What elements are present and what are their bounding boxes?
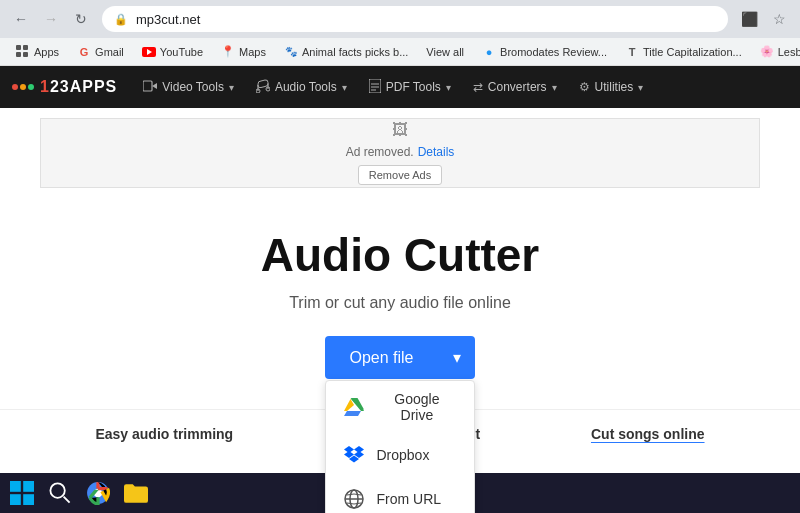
bookmark-view-all[interactable]: View all bbox=[418, 44, 472, 60]
nav-menu: Video Tools ▾ Audio Tools ▾ bbox=[133, 73, 788, 102]
logo-text: 123APPS bbox=[40, 78, 117, 96]
nav-converters[interactable]: ⇄ Converters ▾ bbox=[463, 74, 567, 100]
ad-details-link[interactable]: Details bbox=[418, 145, 455, 159]
forward-button[interactable]: → bbox=[38, 6, 64, 32]
pdf-tools-chevron: ▾ bbox=[446, 82, 451, 93]
pdf-tools-icon bbox=[369, 79, 381, 96]
taskbar-folder-icon[interactable] bbox=[118, 475, 154, 511]
svg-rect-29 bbox=[10, 494, 21, 505]
nav-buttons: ← → ↻ bbox=[8, 6, 94, 32]
reload-button[interactable]: ↻ bbox=[68, 6, 94, 32]
ad-banner: 🖼 Ad removed. Details Remove Ads bbox=[40, 118, 760, 188]
dropdown-google-drive-label: Google Drive bbox=[376, 391, 457, 423]
svg-rect-2 bbox=[16, 52, 21, 57]
svg-rect-6 bbox=[143, 81, 152, 91]
svg-rect-27 bbox=[10, 481, 21, 492]
bookmark-apps[interactable]: Apps bbox=[8, 43, 67, 61]
app-logo[interactable]: 123APPS bbox=[12, 78, 117, 96]
from-url-icon bbox=[342, 487, 366, 511]
bookmark-lesbian-sugar-label: Lesbian Sugar Mom... bbox=[778, 46, 800, 58]
browser-chrome: ← → ↻ 🔒 mp3cut.net ⬛ ☆ Apps bbox=[0, 0, 800, 66]
bookmarks-bar: Apps G Gmail YouTube 📍 Maps 🐾 Animal fac… bbox=[0, 38, 800, 66]
dropdown-dropbox[interactable]: Dropbox bbox=[326, 433, 473, 477]
dot-yellow bbox=[20, 84, 26, 90]
svg-point-31 bbox=[50, 483, 64, 497]
svg-rect-12 bbox=[369, 79, 381, 93]
open-file-container: Open file ▾ bbox=[325, 336, 474, 379]
svg-line-32 bbox=[64, 497, 70, 503]
svg-rect-3 bbox=[23, 52, 28, 57]
converters-chevron: ▾ bbox=[552, 82, 557, 93]
video-tools-icon bbox=[143, 79, 157, 96]
dropdown-from-url-label: From URL bbox=[376, 491, 441, 507]
google-drive-icon bbox=[342, 395, 366, 419]
remove-ads-button[interactable]: Remove Ads bbox=[358, 165, 442, 185]
bookmark-title-cap-label: Title Capitalization... bbox=[643, 46, 742, 58]
open-file-chevron-icon[interactable]: ▾ bbox=[439, 336, 475, 379]
taskbar-chrome-icon[interactable] bbox=[80, 475, 116, 511]
nav-video-tools[interactable]: Video Tools ▾ bbox=[133, 73, 244, 102]
open-file-label: Open file bbox=[325, 337, 437, 379]
dropdown-google-drive[interactable]: Google Drive bbox=[326, 381, 473, 433]
svg-rect-30 bbox=[23, 494, 34, 505]
svg-rect-0 bbox=[16, 45, 21, 50]
title-cap-icon: T bbox=[625, 45, 639, 59]
taskbar-windows-icon[interactable] bbox=[4, 475, 40, 511]
dropbox-icon bbox=[342, 443, 366, 467]
bookmark-bromodates-label: Bromodates Review... bbox=[500, 46, 607, 58]
feature-cut-songs: Cut songs online bbox=[591, 426, 705, 442]
audio-tools-label: Audio Tools bbox=[275, 80, 337, 94]
ad-removed-icon: 🖼 bbox=[392, 121, 408, 139]
open-file-button[interactable]: Open file ▾ bbox=[325, 336, 474, 379]
lock-icon: 🔒 bbox=[114, 13, 128, 26]
maps-icon: 📍 bbox=[221, 45, 235, 59]
video-tools-label: Video Tools bbox=[162, 80, 224, 94]
bookmark-gmail[interactable]: G Gmail bbox=[69, 43, 132, 61]
audio-tools-icon bbox=[256, 79, 270, 96]
pdf-tools-label: PDF Tools bbox=[386, 80, 441, 94]
hero-section: Audio Cutter Trim or cut any audio file … bbox=[0, 198, 800, 389]
nav-audio-tools[interactable]: Audio Tools ▾ bbox=[246, 73, 357, 102]
bookmark-youtube[interactable]: YouTube bbox=[134, 43, 211, 61]
lesbian-sugar-icon: 🌸 bbox=[760, 45, 774, 59]
svg-rect-28 bbox=[23, 481, 34, 492]
apps-grid-icon bbox=[16, 45, 30, 59]
bookmark-lesbian-sugar[interactable]: 🌸 Lesbian Sugar Mom... bbox=[752, 43, 800, 61]
bookmark-maps[interactable]: 📍 Maps bbox=[213, 43, 274, 61]
bookmark-apps-label: Apps bbox=[34, 46, 59, 58]
logo-dots bbox=[12, 84, 34, 90]
bookmark-animal-facts-label: Animal facts picks b... bbox=[302, 46, 408, 58]
open-file-dropdown: Google Drive Dropbox bbox=[325, 380, 474, 513]
dot-red bbox=[12, 84, 18, 90]
utilities-icon: ⚙ bbox=[579, 80, 590, 94]
url-text: mp3cut.net bbox=[136, 12, 200, 27]
converters-label: Converters bbox=[488, 80, 547, 94]
bookmark-view-all-label: View all bbox=[426, 46, 464, 58]
extensions-button[interactable]: ⬛ bbox=[736, 6, 762, 32]
taskbar-search-icon[interactable] bbox=[42, 475, 78, 511]
bookmark-button[interactable]: ☆ bbox=[766, 6, 792, 32]
animal-facts-icon: 🐾 bbox=[284, 45, 298, 59]
audio-tools-chevron: ▾ bbox=[342, 82, 347, 93]
nav-bar: ← → ↻ 🔒 mp3cut.net ⬛ ☆ bbox=[0, 0, 800, 38]
video-tools-chevron: ▾ bbox=[229, 82, 234, 93]
bookmark-gmail-label: Gmail bbox=[95, 46, 124, 58]
ad-removed-text: Ad removed. bbox=[346, 145, 414, 159]
back-button[interactable]: ← bbox=[8, 6, 34, 32]
bookmark-animal-facts[interactable]: 🐾 Animal facts picks b... bbox=[276, 43, 416, 61]
dot-green bbox=[28, 84, 34, 90]
feature-easy-trimming: Easy audio trimming bbox=[95, 426, 233, 442]
hero-subtitle: Trim or cut any audio file online bbox=[20, 294, 780, 312]
bookmark-bromodates[interactable]: ● Bromodates Review... bbox=[474, 43, 615, 61]
app-navbar: 123APPS Video Tools ▾ bbox=[0, 66, 800, 108]
svg-marker-7 bbox=[152, 83, 157, 89]
nav-utilities[interactable]: ⚙ Utilities ▾ bbox=[569, 74, 654, 100]
main-content: 🖼 Ad removed. Details Remove Ads Audio C… bbox=[0, 118, 800, 442]
bookmark-youtube-label: YouTube bbox=[160, 46, 203, 58]
bookmark-title-cap[interactable]: T Title Capitalization... bbox=[617, 43, 750, 61]
dropdown-dropbox-label: Dropbox bbox=[376, 447, 429, 463]
dropdown-from-url[interactable]: From URL bbox=[326, 477, 473, 513]
nav-pdf-tools[interactable]: PDF Tools ▾ bbox=[359, 73, 461, 102]
bookmark-maps-label: Maps bbox=[239, 46, 266, 58]
address-bar[interactable]: 🔒 mp3cut.net bbox=[102, 6, 728, 32]
